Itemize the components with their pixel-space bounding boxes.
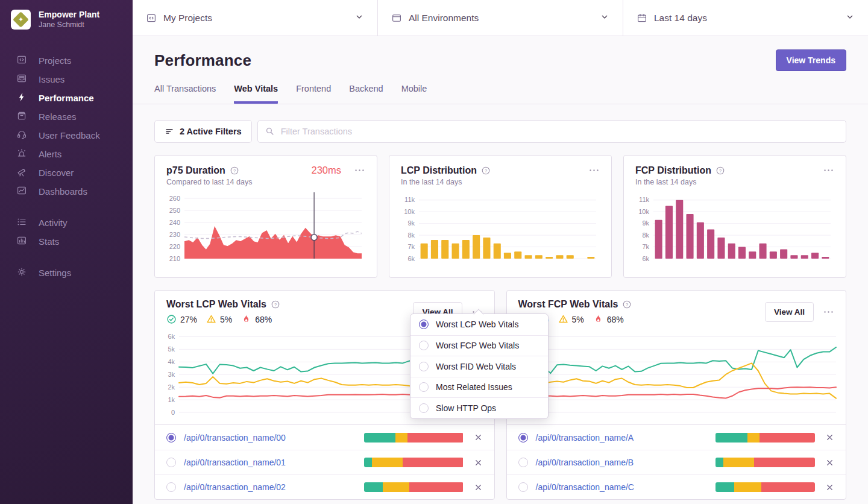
menu-item-slow-http-ops[interactable]: Slow HTTP Ops	[410, 397, 548, 418]
sidebar-item-stats[interactable]: Stats	[0, 232, 133, 251]
tab-mobile[interactable]: Mobile	[401, 84, 427, 104]
svg-text:1k: 1k	[168, 396, 175, 403]
help-icon[interactable]: ?	[715, 166, 725, 175]
svg-text:?: ?	[626, 302, 628, 307]
sidebar-item-settings[interactable]: Settings	[0, 263, 133, 282]
gear-icon	[16, 266, 27, 279]
close-icon[interactable]	[474, 458, 483, 467]
close-icon[interactable]	[474, 483, 483, 492]
row-radio[interactable]	[518, 482, 528, 492]
row-radio[interactable]	[166, 433, 176, 443]
page-content: 2 Active Filters p75 Duration ? 230ms C	[133, 104, 868, 504]
search-icon	[265, 126, 275, 139]
svg-text:11k: 11k	[639, 196, 649, 203]
help-icon[interactable]: ?	[271, 300, 280, 309]
svg-text:7k: 7k	[642, 243, 649, 250]
more-options-icon[interactable]	[588, 165, 600, 176]
chevron-down-icon	[600, 12, 609, 24]
menu-item-worst-fcp[interactable]: Worst FCP Web Vitals	[410, 335, 548, 356]
sidebar-item-activity[interactable]: Activity	[0, 213, 133, 232]
sidebar-item-dashboards[interactable]: Dashboards	[0, 182, 133, 201]
row-radio[interactable]	[166, 458, 176, 467]
close-icon[interactable]	[825, 483, 834, 492]
svg-text:11k: 11k	[404, 196, 415, 203]
table-row: /api/0/transaction_name/C	[507, 474, 846, 499]
transaction-link[interactable]: /api/0/transaction_name/C	[536, 482, 634, 492]
row-radio[interactable]	[166, 482, 176, 492]
summary-cards-row: p75 Duration ? 230ms Compared to last 14…	[154, 155, 846, 278]
releases-icon	[16, 110, 27, 123]
sidebar-item-label: Projects	[39, 55, 71, 66]
menu-item-most-related-issues[interactable]: Most Related Issues	[410, 377, 548, 398]
close-icon[interactable]	[825, 433, 834, 442]
help-icon[interactable]: ?	[481, 166, 491, 175]
window-icon	[391, 13, 402, 24]
main-area: My Projects All Environments Last 14 day…	[133, 0, 868, 504]
filter-icon	[165, 127, 174, 136]
active-filters-label: 2 Active Filters	[180, 127, 242, 136]
close-icon[interactable]	[825, 458, 834, 467]
performance-icon	[16, 92, 27, 104]
sidebar-item-user-feedback[interactable]: User Feedback	[0, 126, 133, 145]
chevron-down-icon	[354, 12, 364, 24]
sidebar-item-projects[interactable]: Projects	[0, 51, 133, 70]
search-input[interactable]	[257, 120, 846, 143]
menu-item-label: Slow HTTP Ops	[436, 403, 496, 413]
help-icon[interactable]: ?	[230, 166, 239, 175]
table-row: /api/0/transaction_name/01	[155, 450, 494, 474]
transaction-link[interactable]: /api/0/transaction_name/B	[536, 458, 634, 467]
sidebar-item-discover[interactable]: Discover	[0, 163, 133, 182]
more-options-icon[interactable]	[354, 165, 365, 176]
row-radio[interactable]	[518, 433, 528, 443]
tab-frontend[interactable]: Frontend	[296, 84, 331, 104]
warning-triangle-icon	[206, 314, 216, 324]
active-filters-button[interactable]: 2 Active Filters	[154, 120, 252, 143]
tab-web-vitals[interactable]: Web Vitals	[234, 84, 278, 104]
tab-all-transactions[interactable]: All Transactions	[154, 84, 216, 104]
org-logo: ✦	[11, 10, 31, 30]
vitals-stacked-bar	[364, 458, 464, 467]
project-selector[interactable]: My Projects	[133, 0, 378, 36]
table-row: /api/0/transaction_name/02	[155, 474, 494, 499]
card-title: Worst FCP Web Vitals	[518, 299, 618, 310]
menu-item-worst-lcp[interactable]: Worst LCP Web Vitals	[410, 314, 548, 335]
legend-poor: 68%	[241, 314, 272, 324]
sidebar-item-label: Dashboards	[39, 186, 87, 197]
sidebar-item-label: Performance	[39, 93, 94, 103]
help-icon[interactable]: ?	[622, 300, 632, 309]
card-subtitle: Compared to last 14 days	[166, 178, 365, 186]
card-title: FCP Distribution	[635, 165, 711, 176]
card-title: LCP Distribution	[401, 165, 477, 176]
svg-text:0: 0	[171, 409, 175, 416]
svg-text:?: ?	[233, 168, 236, 173]
more-options-icon[interactable]	[823, 306, 834, 318]
more-options-icon[interactable]	[823, 165, 834, 176]
p75-value: 230ms	[311, 165, 341, 176]
table-row: /api/0/transaction_name/A	[507, 425, 846, 450]
row-radio[interactable]	[518, 458, 528, 467]
sidebar-item-issues[interactable]: Issues	[0, 70, 133, 89]
sidebar-item-performance[interactable]: Performance	[0, 89, 133, 107]
menu-item-worst-fid[interactable]: Worst FID Web Vitals	[410, 356, 548, 377]
transaction-link[interactable]: /api/0/transaction_name/01	[184, 458, 286, 467]
tab-bar: All Transactions Web Vitals Frontend Bac…	[154, 84, 846, 104]
close-icon[interactable]	[474, 433, 483, 442]
org-switcher[interactable]: ✦ Empower Plant Jane Schmidt	[0, 10, 133, 30]
fcp-distribution-card: FCP Distribution ? In the last 14 days 6…	[623, 155, 846, 278]
environment-selector[interactable]: All Environments	[378, 0, 623, 36]
view-trends-button[interactable]: View Trends	[776, 49, 846, 71]
card-subtitle: In the last 14 days	[401, 178, 600, 186]
transaction-link[interactable]: /api/0/transaction_name/02	[184, 482, 286, 492]
vitals-stacked-bar	[715, 482, 815, 492]
tab-backend[interactable]: Backend	[349, 84, 383, 104]
transaction-link[interactable]: /api/0/transaction_name/00	[184, 433, 286, 443]
calendar-icon	[637, 13, 647, 24]
svg-text:9k: 9k	[642, 219, 649, 227]
sidebar-item-alerts[interactable]: Alerts	[0, 145, 133, 163]
date-range-selector[interactable]: Last 14 days	[623, 0, 868, 36]
sidebar-item-releases[interactable]: Releases	[0, 107, 133, 126]
transaction-link[interactable]: /api/0/transaction_name/A	[536, 433, 634, 443]
svg-text:7k: 7k	[407, 243, 415, 250]
svg-text:?: ?	[274, 302, 277, 307]
view-all-button[interactable]: View All	[765, 302, 814, 322]
